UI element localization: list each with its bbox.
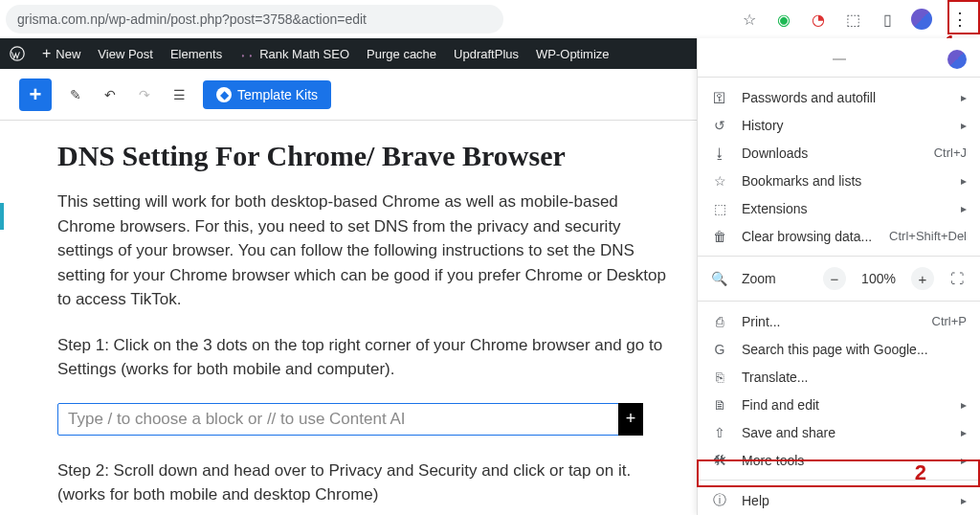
left-edge-indicator [0, 203, 4, 230]
extension-icon-3[interactable]: ⬚ [842, 9, 863, 30]
find-icon: 🗎 [711, 397, 728, 413]
wp-updraft[interactable]: UpdraftPlus [454, 47, 519, 61]
menu-save-share[interactable]: ⇧ Save and share ▸ [698, 418, 980, 446]
share-icon: ⇧ [711, 425, 728, 440]
block-inserter-placeholder: Type / to choose a block or // to use Co… [68, 410, 405, 429]
menu-find[interactable]: 🗎 Find and edit ▸ [698, 391, 980, 418]
fullscreen-icon[interactable]: ⛶ [947, 269, 967, 288]
translate-icon: ⎘ [711, 369, 728, 385]
menu-help[interactable]: ⓘ Help ▸ [698, 486, 980, 514]
menu-search-google[interactable]: G Search this page with Google... [698, 335, 980, 363]
menu-bookmarks[interactable]: ☆ Bookmarks and lists ▸ [698, 167, 980, 194]
chrome-menu: ⚿ Passwords and autofill ▸ ↺ History ▸ ⭳… [697, 38, 980, 515]
menu-downloads[interactable]: ⭳ Downloads Ctrl+J [698, 139, 980, 167]
outline-icon[interactable]: ☰ [168, 84, 189, 105]
zoom-in-button[interactable]: + [911, 267, 934, 290]
zoom-value: 100% [859, 271, 898, 286]
star-icon[interactable]: ☆ [739, 9, 760, 30]
extension-icon-2[interactable]: ◔ [808, 9, 829, 30]
chevron-right-icon: ▸ [961, 454, 967, 467]
menu-extensions[interactable]: ⬚ Extensions ▸ [698, 194, 980, 222]
menu-clear-data[interactable]: 🗑 Clear browsing data... Ctrl+Shift+Del [698, 222, 980, 250]
menu-avatar-icon [947, 50, 967, 69]
puzzle-icon: ⬚ [711, 201, 728, 216]
menu-account-row[interactable] [698, 48, 980, 71]
key-icon: ⚿ [711, 90, 728, 105]
kebab-menu-icon[interactable]: ⋮ [946, 5, 974, 34]
block-inserter-plus-icon[interactable]: + [618, 403, 643, 436]
chevron-right-icon: ▸ [961, 398, 967, 412]
menu-print[interactable]: ⎙ Print... Ctrl+P [698, 307, 980, 335]
zoom-icon: 🔍 [711, 271, 728, 286]
history-icon: ↺ [711, 118, 728, 133]
add-block-button[interactable]: + [19, 78, 52, 111]
wp-elements[interactable]: Elements [170, 47, 222, 61]
post-step-1[interactable]: Step 1: Click on the 3 dots on the top r… [57, 333, 689, 382]
help-icon: ⓘ [711, 492, 728, 509]
chevron-right-icon: ▸ [961, 119, 967, 132]
profile-avatar[interactable] [911, 9, 932, 30]
undo-icon[interactable]: ↶ [100, 84, 121, 105]
menu-translate[interactable]: ⎘ Translate... [698, 363, 980, 391]
wp-purge-cache[interactable]: Purge cache [367, 47, 436, 61]
wp-rankmath[interactable]: ⬪⬪Rank Math SEO [239, 47, 349, 61]
post-paragraph-intro[interactable]: This setting will work for both desktop-… [57, 190, 670, 312]
trash-icon: 🗑 [711, 229, 728, 244]
post-step-2[interactable]: Step 2: Scroll down and head over to Pri… [57, 459, 651, 507]
zoom-out-button[interactable]: − [823, 267, 846, 290]
template-kits-icon: ◆ [216, 87, 232, 102]
wp-view-post[interactable]: View Post [98, 47, 153, 61]
menu-more-tools[interactable]: 🛠 More tools ▸ [698, 446, 980, 474]
extensions-icon[interactable]: ▯ [877, 9, 898, 30]
chevron-right-icon: ▸ [961, 174, 967, 188]
url-text: grisma.com.np/wp-admin/post.php?post=375… [17, 11, 367, 27]
download-icon: ⭳ [711, 146, 728, 161]
menu-passwords[interactable]: ⚿ Passwords and autofill ▸ [698, 83, 980, 111]
chevron-right-icon: ▸ [961, 494, 967, 507]
menu-zoom: 🔍 Zoom − 100% + ⛶ [698, 262, 980, 295]
template-kits-button[interactable]: ◆ Template Kits [203, 80, 331, 109]
wp-optimize[interactable]: WP-Optimize [536, 47, 610, 61]
template-kits-label: Template Kits [237, 87, 318, 102]
chevron-right-icon: ▸ [961, 426, 967, 439]
print-icon: ⎙ [711, 314, 728, 329]
redo-icon[interactable]: ↷ [134, 84, 155, 105]
wp-logo[interactable] [10, 46, 25, 61]
menu-history[interactable]: ↺ History ▸ [698, 111, 980, 139]
chevron-right-icon: ▸ [961, 91, 967, 104]
star-icon: ☆ [711, 173, 728, 189]
block-inserter[interactable]: Type / to choose a block or // to use Co… [57, 403, 643, 436]
browser-actions: ☆ ◉ ◔ ⬚ ▯ ⋮ [739, 5, 974, 34]
tools-icon: 🛠 [711, 453, 728, 468]
edit-icon[interactable]: ✎ [65, 84, 86, 105]
chevron-right-icon: ▸ [961, 202, 967, 215]
browser-toolbar: grisma.com.np/wp-admin/post.php?post=375… [0, 0, 980, 38]
omnibox[interactable]: grisma.com.np/wp-admin/post.php?post=375… [6, 5, 503, 34]
wp-new[interactable]: +New [42, 45, 80, 62]
extension-icon-1[interactable]: ◉ [773, 9, 794, 30]
google-icon: G [711, 342, 728, 357]
